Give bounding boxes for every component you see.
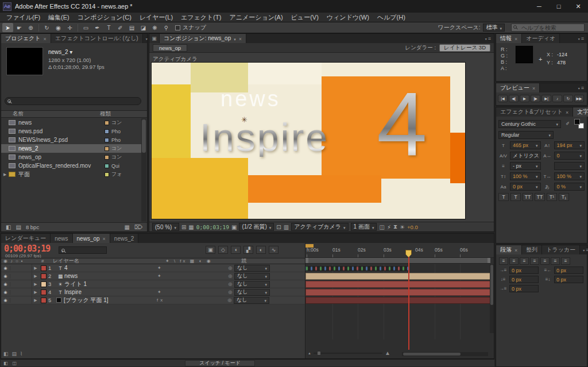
composition-mini-flowchart-icon[interactable]: ▣ xyxy=(206,246,215,254)
type-tool-icon[interactable]: T xyxy=(103,23,114,32)
parent-dropdown[interactable]: なし xyxy=(234,281,270,288)
space-before-dropdown[interactable]: 0 px xyxy=(509,276,539,283)
composition-button-icon[interactable]: ◧ xyxy=(3,361,8,366)
label-color-chip[interactable] xyxy=(105,155,109,160)
timeline-jump-icon[interactable]: ⧗ xyxy=(393,223,397,230)
visibility-eye-icon[interactable]: ◉ xyxy=(1,290,10,295)
graph-editor-icon[interactable]: ∿ xyxy=(269,246,278,254)
stroke-width-value[interactable]: - px xyxy=(513,163,521,169)
menu-view[interactable]: ビュー(V) xyxy=(287,13,323,22)
close-icon[interactable] xyxy=(514,247,517,253)
view-layout-dropdown[interactable]: 1 画面 xyxy=(351,223,377,231)
vertical-scale-value[interactable]: 100 % xyxy=(513,173,528,179)
tracking-dropdown[interactable]: 0 xyxy=(554,152,585,160)
tsume-dropdown[interactable]: 0 % xyxy=(554,183,585,191)
zoom-out-mountain-icon[interactable]: ▲ xyxy=(308,351,311,355)
region-of-interest-icon[interactable]: ⊡ xyxy=(276,224,281,230)
draft-3d-icon[interactable]: ◇ xyxy=(218,246,228,254)
kerning-value[interactable]: メトリクス xyxy=(513,152,539,160)
parent-dropdown[interactable]: なし xyxy=(234,297,269,304)
play-button[interactable]: ▶ xyxy=(520,95,529,102)
tab-project[interactable]: プロジェクト xyxy=(1,34,51,43)
layer-number-header[interactable]: # xyxy=(33,258,53,264)
faux-bold-button[interactable]: T xyxy=(498,193,509,201)
project-item[interactable]: NEWS/news_2.psdPho xyxy=(1,136,143,144)
snap-checkbox[interactable] xyxy=(175,25,180,30)
timeline-track-area[interactable]: h:00s 01s 02s 03s 04s 05s 06s xyxy=(305,243,494,358)
pickwhip-icon[interactable]: ◎ xyxy=(226,289,234,295)
menu-edit[interactable]: 編集(E) xyxy=(44,13,74,22)
layer-label-chip[interactable] xyxy=(41,289,47,295)
layer-label-chip[interactable] xyxy=(41,273,47,279)
frame-blending-icon[interactable]: ▞ xyxy=(243,246,253,254)
tracking-value[interactable]: 0 xyxy=(557,153,560,159)
kerning-dropdown[interactable]: メトリクス xyxy=(510,152,541,160)
stroke-width-dropdown[interactable]: - px xyxy=(510,162,541,170)
composition-crumb[interactable]: news_op xyxy=(153,44,187,52)
panel-menu-icon[interactable] xyxy=(482,34,494,43)
baseline-shift-dropdown[interactable]: 0 px xyxy=(510,183,541,191)
time-ruler[interactable]: h:00s 01s 02s 03s 04s 05s 06s xyxy=(305,243,494,258)
horizontal-scale-dropdown[interactable]: 100 % xyxy=(554,172,585,180)
active-item-name[interactable]: news_2 ▾ xyxy=(48,49,72,55)
first-frame-button[interactable]: |◀ xyxy=(498,95,508,102)
tab-audio[interactable]: オーディオ xyxy=(522,34,560,43)
snapshot-camera-icon[interactable]: ▣ xyxy=(231,224,237,230)
close-icon[interactable] xyxy=(514,36,517,42)
magnification-dropdown[interactable]: (50 %) xyxy=(152,223,179,231)
layer-label-chip[interactable] xyxy=(41,281,47,287)
view-dropdown[interactable]: アクティブカメラ xyxy=(291,223,348,231)
tab-paragraph[interactable]: 段落 xyxy=(496,245,522,254)
layer-name[interactable]: ライト 1 xyxy=(64,280,157,288)
scrollbar-thumb[interactable] xyxy=(490,265,493,305)
menu-file[interactable]: ファイル(F) xyxy=(2,13,44,22)
justify-last-center-button[interactable]: ≡ xyxy=(540,257,550,265)
layer-label-chip[interactable] xyxy=(41,265,47,271)
eyedropper-icon[interactable]: ✐ xyxy=(563,121,572,126)
justify-all-button[interactable]: ≡ xyxy=(561,257,570,265)
project-item-selected[interactable]: news_2コン xyxy=(1,144,143,153)
new-folder-icon[interactable]: ▤ xyxy=(16,224,21,230)
layer-duration-bar[interactable] xyxy=(305,266,409,271)
first-line-indent-dropdown[interactable]: 0 px xyxy=(509,285,539,292)
fast-previews-icon[interactable]: ⚡ xyxy=(387,224,391,230)
layer-duration-bar[interactable] xyxy=(305,273,491,280)
faux-italic-button[interactable]: T xyxy=(510,193,521,201)
vertical-scale-dropdown[interactable]: 100 % xyxy=(510,172,541,180)
expand-transfer-controls-icon[interactable]: ▤ xyxy=(12,351,17,357)
clone-stamp-tool-icon[interactable]: ▤ xyxy=(126,23,137,32)
tab-preview[interactable]: プレビュー xyxy=(496,83,540,92)
visibility-eye-icon[interactable]: ◉ xyxy=(1,282,10,287)
transparency-grid-icon[interactable]: ▥ xyxy=(284,224,289,230)
font-family-dropdown[interactable]: Century Gothic xyxy=(498,120,561,128)
zoom-tool-icon[interactable]: ⊕ xyxy=(25,23,36,32)
flowchart-icon[interactable]: ◫ xyxy=(13,361,17,366)
project-item[interactable]: OpticalFlares_rendered.movQui xyxy=(1,161,143,170)
minimize-button[interactable]: ─ xyxy=(529,0,549,13)
close-icon[interactable] xyxy=(103,235,106,242)
hand-tool-icon[interactable]: ☛ xyxy=(14,23,25,32)
menu-composition[interactable]: コンポジション(C) xyxy=(74,13,136,22)
first-line-indent-value[interactable]: 0 px xyxy=(512,286,521,292)
loop-button[interactable]: ↻ xyxy=(563,95,573,102)
leading-value[interactable]: 194 px xyxy=(557,142,572,148)
last-frame-button[interactable]: ▶| xyxy=(541,95,551,102)
layer-row[interactable]: ◉ ▶ 1 T 4 ✦ ◎ なし xyxy=(1,264,305,272)
leading-dropdown[interactable]: 194 px xyxy=(554,141,585,149)
font-size-dropdown[interactable]: 465 px xyxy=(510,141,541,149)
small-caps-button[interactable]: TT xyxy=(535,193,545,201)
label-color-chip[interactable] xyxy=(105,164,109,168)
expander-icon[interactable]: ▶ xyxy=(32,290,39,295)
indent-right-value[interactable]: 0 px xyxy=(556,268,566,273)
tab-news-2[interactable]: news_2 xyxy=(110,234,138,243)
av-cells[interactable] xyxy=(10,280,32,288)
timeline-zoom-control[interactable]: ▲ ▲ xyxy=(308,350,390,356)
baseline-shift-value[interactable]: 0 px xyxy=(513,184,523,190)
tab-composition[interactable]: コンポジション: news_op xyxy=(160,34,246,43)
layer-name[interactable]: [ブラック 平面 1] xyxy=(64,296,157,304)
align-center-button[interactable]: ≡ xyxy=(509,257,519,265)
layer-duration-bar[interactable] xyxy=(305,297,491,304)
stroke-style-dropdown[interactable] xyxy=(554,162,585,170)
fill-color-swatch[interactable] xyxy=(574,119,580,125)
label-color-chip[interactable] xyxy=(105,129,109,134)
